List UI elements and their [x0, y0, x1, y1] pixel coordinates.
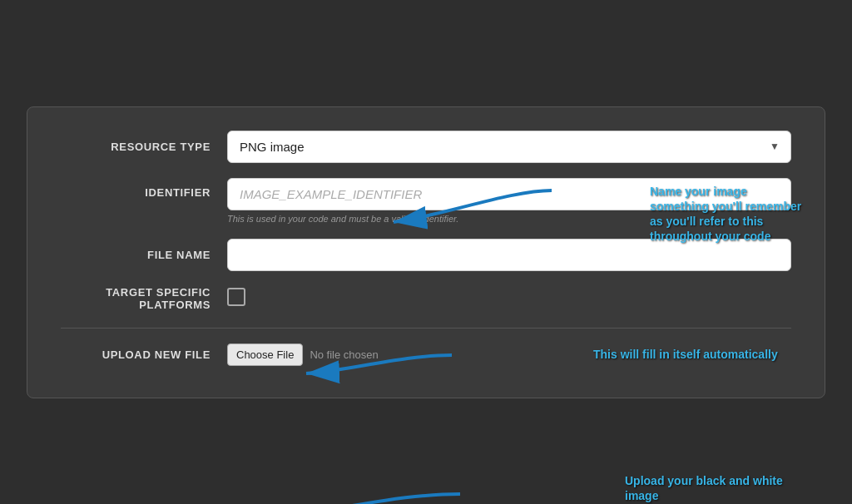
section-divider — [61, 328, 791, 329]
file-name-label: FILE NAME — [61, 249, 227, 261]
identifier-row: IDENTIFIER This is used in your code and… — [61, 178, 791, 224]
no-file-text: No file chosen — [310, 348, 378, 361]
resource-type-select[interactable]: PNG image JPEG image SVG image Audio fil… — [227, 131, 791, 163]
file-name-row: FILE NAME — [61, 239, 791, 271]
identifier-hint: This is used in your code and must be a … — [227, 214, 791, 224]
annotation-upload-black: Upload your black and white image — [625, 473, 808, 503]
main-form: RESOURCE TYPE PNG image JPEG image SVG i… — [27, 106, 825, 398]
upload-label: UPLOAD NEW FILE — [61, 348, 227, 361]
target-label: TARGET SPECIFIC PLATFORMS — [61, 286, 227, 311]
upload-row: UPLOAD NEW FILE Choose File No file chos… — [61, 343, 791, 366]
identifier-input[interactable] — [227, 178, 791, 210]
identifier-area: This is used in your code and must be a … — [227, 178, 791, 224]
resource-type-control: PNG image JPEG image SVG image Audio fil… — [227, 131, 791, 163]
arrow-upload — [219, 477, 502, 505]
resource-type-select-wrapper: PNG image JPEG image SVG image Audio fil… — [227, 131, 791, 163]
target-control — [227, 288, 791, 309]
upload-control: Choose File No file chosen — [227, 343, 379, 366]
identifier-label: IDENTIFIER — [61, 178, 227, 199]
file-name-input[interactable] — [227, 239, 791, 271]
target-row: TARGET SPECIFIC PLATFORMS — [61, 286, 791, 311]
target-checkbox[interactable] — [227, 288, 245, 306]
resource-type-row: RESOURCE TYPE PNG image JPEG image SVG i… — [61, 131, 791, 163]
file-name-control — [227, 239, 791, 271]
choose-file-button[interactable]: Choose File — [227, 343, 303, 366]
resource-type-label: RESOURCE TYPE — [61, 141, 227, 153]
